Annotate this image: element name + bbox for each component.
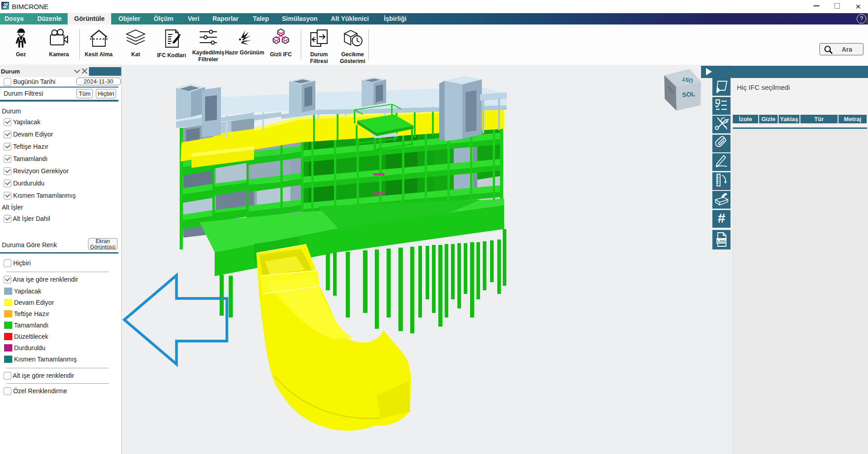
svg-text:SOL: SOL	[682, 90, 696, 98]
svg-text:LOG: LOG	[717, 239, 726, 244]
